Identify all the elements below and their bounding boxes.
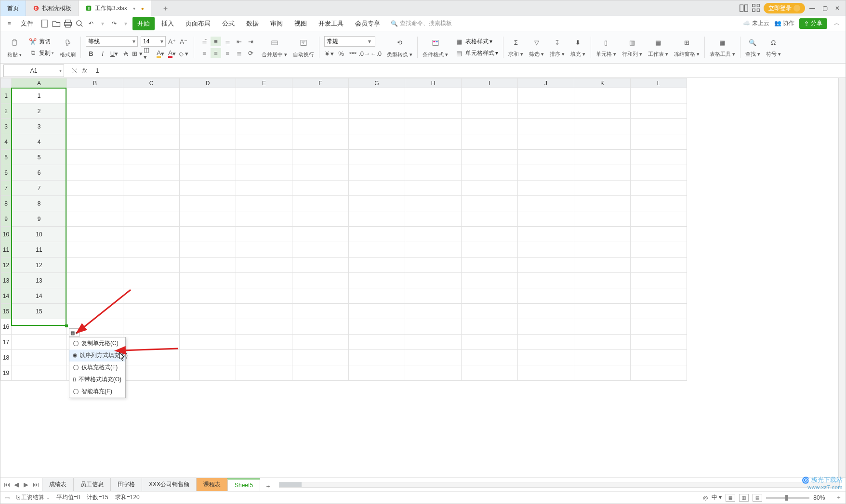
cell[interactable]: [123, 88, 180, 103]
cell[interactable]: [462, 103, 518, 119]
cell[interactable]: [12, 335, 67, 350]
cell[interactable]: [631, 134, 687, 150]
cell[interactable]: 12: [12, 258, 67, 273]
cell[interactable]: [405, 319, 462, 335]
cell[interactable]: [349, 319, 405, 335]
cell[interactable]: [518, 196, 574, 211]
cell[interactable]: [67, 134, 123, 150]
qat-redo-icon[interactable]: ↷: [109, 19, 119, 28]
select-all-corner[interactable]: [1, 78, 12, 88]
qat-redo-dd[interactable]: ▾: [121, 19, 131, 28]
cell[interactable]: [631, 196, 687, 211]
cell[interactable]: [405, 134, 462, 150]
cell[interactable]: [349, 165, 405, 181]
cell[interactable]: [349, 88, 405, 103]
row-header[interactable]: 10: [1, 227, 12, 242]
cell[interactable]: [292, 196, 349, 211]
cell[interactable]: [518, 335, 574, 350]
cell[interactable]: [405, 119, 462, 134]
spreadsheet-grid[interactable]: A B C D E F G H I J K L 1122334455667788…: [0, 78, 846, 478]
cell[interactable]: [574, 150, 631, 165]
vertical-scrollbar[interactable]: [838, 78, 846, 478]
cell[interactable]: [631, 150, 687, 165]
cell[interactable]: [462, 134, 518, 150]
cell[interactable]: [405, 196, 462, 211]
row-header[interactable]: 1: [1, 88, 12, 103]
ribbon-tab-member[interactable]: 会员专享: [350, 17, 385, 30]
layout2-icon[interactable]: [751, 3, 762, 13]
cell[interactable]: [574, 165, 631, 181]
font-size-select[interactable]: ▾: [141, 36, 166, 47]
cell[interactable]: [123, 273, 180, 288]
cell[interactable]: [180, 365, 236, 381]
cell[interactable]: 2: [12, 103, 67, 119]
cell[interactable]: [405, 365, 462, 381]
cell[interactable]: [462, 319, 518, 335]
cell[interactable]: [292, 211, 349, 227]
new-tab-button[interactable]: ＋: [154, 4, 177, 13]
cell[interactable]: [518, 242, 574, 258]
cell[interactable]: [574, 181, 631, 196]
cell[interactable]: [292, 365, 349, 381]
cell[interactable]: [462, 227, 518, 242]
cell[interactable]: [574, 119, 631, 134]
cell[interactable]: [236, 273, 292, 288]
cell[interactable]: 14: [12, 288, 67, 304]
cell[interactable]: [631, 273, 687, 288]
cell[interactable]: [462, 365, 518, 381]
cell[interactable]: [631, 319, 687, 335]
cell[interactable]: [462, 196, 518, 211]
cell[interactable]: [67, 88, 123, 103]
col-header-E[interactable]: E: [236, 78, 292, 88]
cell[interactable]: [405, 88, 462, 103]
cell[interactable]: [405, 103, 462, 119]
cell[interactable]: 7: [12, 181, 67, 196]
row-header[interactable]: 6: [1, 165, 12, 181]
zoom-slider[interactable]: [766, 497, 809, 499]
cell[interactable]: [462, 350, 518, 365]
cell[interactable]: [518, 150, 574, 165]
cell[interactable]: [292, 258, 349, 273]
cell[interactable]: [574, 196, 631, 211]
cell[interactable]: 9: [12, 211, 67, 227]
italic-icon[interactable]: I: [97, 49, 108, 58]
sheet-tab-5[interactable]: Sheet5: [227, 478, 260, 491]
cell[interactable]: [405, 227, 462, 242]
cell[interactable]: [180, 258, 236, 273]
cell[interactable]: 15: [12, 304, 67, 319]
cell[interactable]: [462, 258, 518, 273]
cell[interactable]: [518, 181, 574, 196]
cell[interactable]: 1: [12, 88, 67, 103]
sort-button[interactable]: ↧排序 ▾: [547, 37, 568, 58]
cell[interactable]: [292, 103, 349, 119]
cell[interactable]: [405, 242, 462, 258]
cell[interactable]: [349, 196, 405, 211]
number-format-value[interactable]: [325, 38, 366, 45]
align-center-icon[interactable]: ≡: [211, 48, 221, 58]
cell[interactable]: [67, 242, 123, 258]
cell[interactable]: [518, 258, 574, 273]
qat-new-icon[interactable]: [40, 19, 50, 28]
cell[interactable]: [518, 103, 574, 119]
col-header-I[interactable]: I: [462, 78, 518, 88]
cell[interactable]: [631, 227, 687, 242]
cell[interactable]: [67, 258, 123, 273]
row-header[interactable]: 5: [1, 150, 12, 165]
cell[interactable]: [631, 211, 687, 227]
cell[interactable]: [574, 288, 631, 304]
cell[interactable]: [292, 350, 349, 365]
cell[interactable]: 10: [12, 227, 67, 242]
decrease-font-icon[interactable]: A⁻: [178, 37, 189, 46]
fx-cancel-icon[interactable]: 🞨: [72, 67, 78, 74]
ribbon-tab-insert[interactable]: 插入: [157, 17, 179, 30]
cell[interactable]: [236, 242, 292, 258]
currency-icon[interactable]: ¥ ▾: [324, 49, 335, 58]
indent-inc-icon[interactable]: ⇥: [245, 37, 256, 46]
border-icon[interactable]: ⊞ ▾: [132, 49, 143, 58]
layout1-icon[interactable]: [739, 3, 749, 13]
cell[interactable]: [405, 304, 462, 319]
cloud-status[interactable]: ☁️ 未上云: [743, 19, 769, 27]
cell[interactable]: [180, 319, 236, 335]
bold-icon[interactable]: B: [86, 49, 96, 58]
cell[interactable]: [574, 319, 631, 335]
